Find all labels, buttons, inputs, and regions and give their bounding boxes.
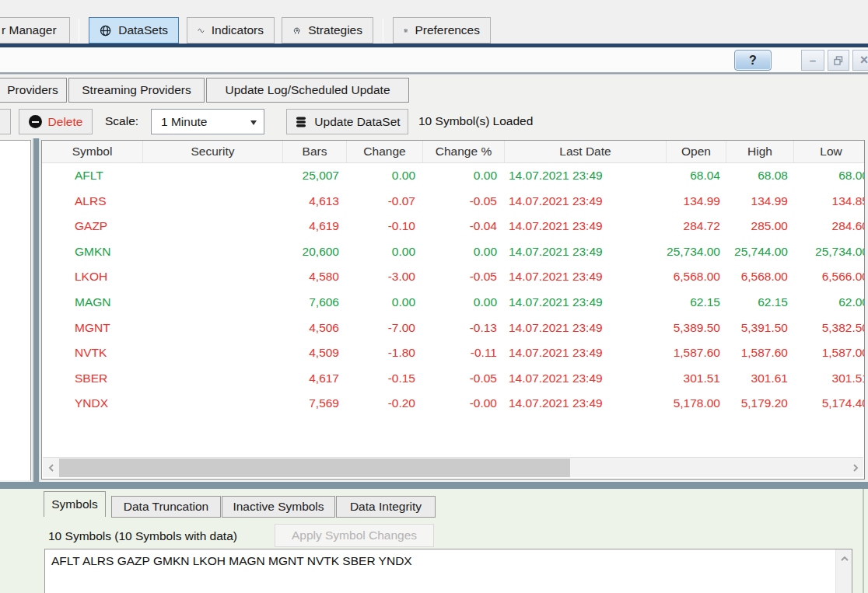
scroll-right-icon[interactable]: [847, 458, 863, 478]
toolbar-button-manager[interactable]: r Manager: [0, 17, 70, 44]
cell-bars: 25,007: [283, 163, 347, 189]
toolbar-separator: [383, 19, 383, 42]
cell-open: 5,389.50: [667, 316, 726, 341]
cell-change: -0.05: [423, 189, 505, 215]
column-header-change[interactable]: Change %: [423, 141, 505, 162]
restore-button[interactable]: [828, 50, 849, 71]
textarea-vertical-scrollbar[interactable]: [835, 549, 852, 593]
column-header-security[interactable]: Security: [143, 141, 283, 162]
table-row-lkoh[interactable]: LKOH4,580-3.00-0.0514.07.2021 23:496,568…: [42, 264, 864, 290]
cell-bars: 4,506: [283, 316, 347, 341]
cell-security: [143, 189, 283, 215]
cell-symbol: MAGN: [42, 290, 143, 316]
cell-change: -7.00: [347, 316, 423, 341]
cell-open: 68.04: [667, 163, 726, 189]
cell-low: 5,382.50: [794, 316, 865, 341]
cell-high: 134.99: [726, 189, 794, 215]
toolbar-button-preferences[interactable]: Preferences: [393, 17, 491, 44]
scroll-up-icon[interactable]: [836, 551, 852, 567]
tab-update-log-label: Update Log/Scheduled Update: [226, 83, 390, 97]
table-row-gmkn[interactable]: GMKN20,6000.000.0014.07.2021 23:4925,734…: [42, 239, 864, 265]
toolbar-button-datasets[interactable]: DataSets: [89, 17, 179, 44]
cell-security: [143, 214, 283, 239]
dataset-toolbar: .. Delete Scale: 1 Minute Update DataSet…: [0, 107, 868, 137]
cell-change: -0.05: [423, 264, 505, 290]
symbols-textarea[interactable]: AFLT ALRS GAZP GMKN LKOH MAGN MGNT NVTK …: [44, 549, 852, 593]
cell-high: 62.15: [726, 290, 794, 316]
column-header-last-date[interactable]: Last Date: [505, 141, 667, 162]
cell-last-date: 14.07.2021 23:49: [505, 391, 667, 417]
cell-open: 62.15: [667, 290, 726, 316]
cell-security: [143, 290, 283, 316]
column-header-open[interactable]: Open: [667, 141, 726, 162]
close-button[interactable]: ×: [852, 50, 868, 71]
help-button[interactable]: ?: [734, 50, 772, 71]
delete-button[interactable]: Delete: [19, 109, 93, 134]
column-header-change[interactable]: Change: [347, 141, 423, 162]
cell-change: -0.05: [423, 366, 505, 392]
table-row-sber[interactable]: SBER4,617-0.15-0.0514.07.2021 23:49301.5…: [42, 366, 864, 392]
column-header-bars[interactable]: Bars: [283, 141, 347, 162]
sliders-icon: [404, 23, 408, 38]
head-icon: [292, 23, 301, 38]
window-right-border: [863, 489, 864, 593]
toolbar-button-strategies[interactable]: Strategies: [282, 17, 373, 44]
indicators-button-label: Indicators: [212, 23, 264, 37]
cell-change: -1.80: [347, 340, 423, 366]
tab-providers[interactable]: Providers: [0, 78, 67, 103]
cell-last-date: 14.07.2021 23:49: [505, 290, 667, 316]
cell-change: 0.00: [423, 290, 505, 316]
column-header-high[interactable]: High: [726, 141, 794, 162]
cell-bars: 7,606: [283, 290, 347, 316]
table-row-yndx[interactable]: YNDX7,569-0.20-0.0014.07.2021 23:495,178…: [42, 391, 864, 417]
tab-update-log[interactable]: Update Log/Scheduled Update: [206, 78, 409, 103]
cell-open: 284.72: [667, 214, 726, 239]
cell-change: -0.11: [423, 340, 505, 366]
table-row-gazp[interactable]: GAZP4,619-0.10-0.0414.07.2021 23:49284.7…: [42, 214, 864, 239]
apply-symbol-changes-button[interactable]: Apply Symbol Changes: [275, 524, 434, 547]
cell-open: 1,587.60: [667, 340, 726, 366]
horizontal-scrollbar[interactable]: [43, 457, 863, 477]
cell-bars: 4,617: [283, 366, 347, 392]
cell-last-date: 14.07.2021 23:49: [505, 340, 667, 366]
table-row-magn[interactable]: MAGN7,6060.000.0014.07.2021 23:4962.1562…: [42, 290, 864, 316]
cell-last-date: 14.07.2021 23:49: [505, 264, 667, 290]
minimize-button[interactable]: –: [801, 50, 824, 71]
cell-low: 284.60: [794, 214, 865, 239]
scroll-left-icon[interactable]: [43, 458, 59, 478]
dataset-tree-panel[interactable]: [0, 140, 31, 480]
tab-data-integrity[interactable]: Data Integrity: [336, 496, 436, 518]
tab-symbols-label: Symbols: [51, 497, 97, 511]
scale-dropdown[interactable]: 1 Minute: [151, 109, 264, 134]
tab-inactive-symbols[interactable]: Inactive Symbols: [222, 496, 335, 518]
cell-last-date: 14.07.2021 23:49: [505, 239, 667, 265]
update-dataset-button[interactable]: Update DataSet: [286, 109, 408, 134]
scrollbar-thumb[interactable]: [59, 459, 570, 477]
table-row-nvtk[interactable]: NVTK4,509-1.80-0.1114.07.2021 23:491,587…: [42, 340, 864, 366]
toolbar-button-indicators[interactable]: Indicators: [187, 17, 275, 44]
cell-low: 68.00: [794, 163, 865, 189]
datasets-pane-header: Providers Streaming Providers Update Log…: [0, 75, 868, 139]
column-header-low[interactable]: Low: [794, 141, 865, 162]
cell-change: 0.00: [423, 239, 505, 265]
cell-high: 285.00: [726, 214, 794, 239]
truncated-button[interactable]: ..: [0, 109, 11, 134]
cell-open: 6,568.00: [667, 264, 726, 290]
cell-change: 0.00: [347, 239, 423, 265]
vertical-splitter[interactable]: [32, 138, 40, 482]
cell-change: 0.00: [347, 163, 423, 189]
cell-symbol: LKOH: [42, 264, 143, 290]
tab-inactive-symbols-label: Inactive Symbols: [233, 500, 324, 514]
cell-open: 5,178.00: [667, 391, 726, 417]
tab-data-truncation[interactable]: Data Truncation: [111, 496, 221, 518]
tab-streaming-providers[interactable]: Streaming Providers: [68, 78, 205, 103]
cell-low: 134.85: [794, 189, 865, 215]
column-header-symbol[interactable]: Symbol: [42, 141, 143, 162]
cell-change: -0.10: [347, 214, 423, 239]
table-row-mgnt[interactable]: MGNT4,506-7.00-0.1314.07.2021 23:495,389…: [42, 316, 864, 341]
table-row-alrs[interactable]: ALRS4,613-0.07-0.0514.07.2021 23:49134.9…: [42, 189, 864, 215]
tab-symbols[interactable]: Symbols: [44, 491, 106, 517]
horizontal-splitter[interactable]: [0, 482, 868, 489]
table-row-aflt[interactable]: AFLT25,0070.000.0014.07.2021 23:4968.046…: [42, 163, 864, 189]
strategies-button-label: Strategies: [308, 23, 362, 37]
